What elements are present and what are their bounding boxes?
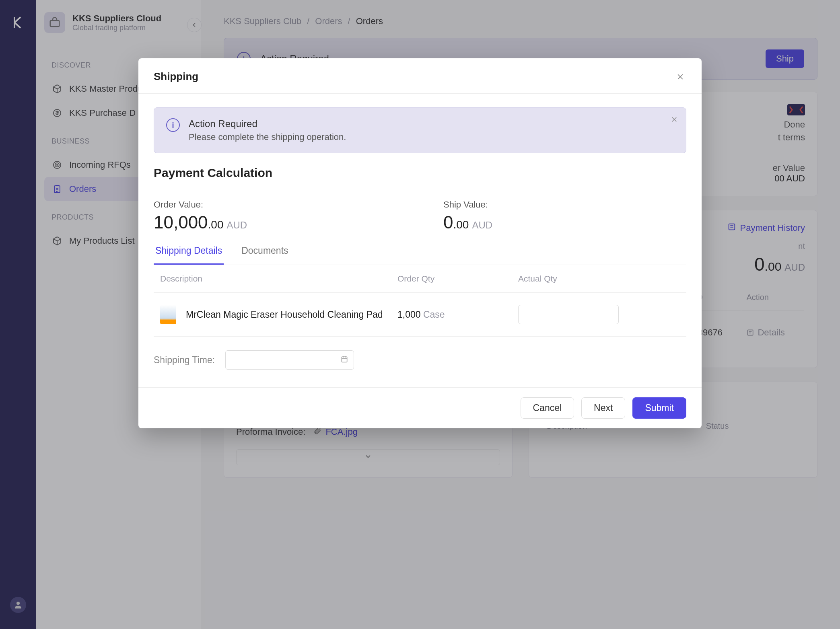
payment-calculation-title: Payment Calculation — [154, 166, 686, 188]
order-value-block: Order Value: 10,000.00AUD — [154, 199, 411, 232]
close-icon[interactable] — [674, 71, 686, 83]
modal-title: Shipping — [154, 70, 198, 83]
svg-rect-10 — [342, 357, 347, 362]
shipping-time-label: Shipping Time: — [154, 355, 215, 366]
col-order-qty: Order Qty — [397, 274, 518, 284]
modal-tabs: Shipping Details Documents — [154, 240, 686, 265]
actual-qty-input[interactable] — [518, 305, 619, 324]
tab-documents[interactable]: Documents — [240, 240, 290, 265]
cancel-button[interactable]: Cancel — [521, 397, 574, 419]
order-qty-cell: 1,000 Case — [397, 309, 518, 320]
alert-close-icon[interactable] — [671, 116, 678, 125]
shipping-modal: Shipping i Action Required Please comple… — [138, 58, 702, 428]
modal-table-row: MrClean Magic Eraser Household Cleaning … — [154, 292, 686, 337]
action-required-alert: i Action Required Please complete the sh… — [154, 107, 686, 153]
modal-overlay[interactable]: Shipping i Action Required Please comple… — [0, 0, 840, 629]
product-name: MrClean Magic Eraser Household Cleaning … — [186, 309, 383, 320]
shipping-time-input[interactable] — [225, 350, 354, 370]
next-button[interactable]: Next — [581, 397, 625, 419]
col-actual-qty: Actual Qty — [518, 274, 680, 284]
modal-table-header: Description Order Qty Actual Qty — [154, 265, 686, 292]
info-icon: i — [166, 118, 180, 132]
ship-value-block: Ship Value: 0.00AUD — [443, 199, 701, 232]
product-thumb — [160, 305, 176, 324]
alert-title: Action Required — [189, 118, 346, 130]
alert-body: Please complete the shipping operation. — [189, 132, 346, 142]
col-description: Description — [160, 274, 397, 284]
calendar-icon[interactable] — [340, 355, 348, 365]
submit-button[interactable]: Submit — [632, 397, 686, 419]
tab-shipping-details[interactable]: Shipping Details — [154, 240, 224, 265]
